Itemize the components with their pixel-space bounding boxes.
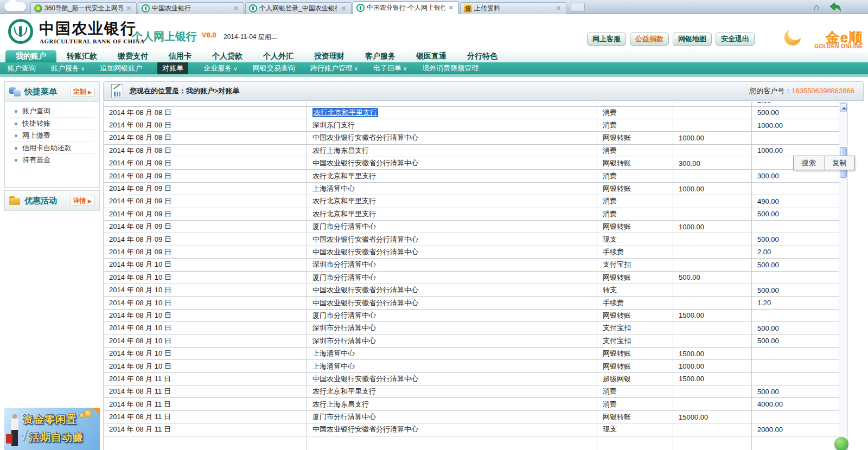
loan-icon: 贷 bbox=[464, 4, 472, 12]
close-icon[interactable]: ✕ bbox=[232, 5, 240, 12]
browser-tab[interactable]: 中国农业银行-个人网上银行✕ bbox=[353, 1, 459, 14]
table-row: 2014 年 08 月 09 日农行北京和平里支行消费300.00 bbox=[104, 170, 839, 182]
table-row: 2014 年 08 月 08 日深圳东门支行消费1000.00 bbox=[104, 119, 839, 131]
cell-type: 支付宝扣 bbox=[597, 259, 673, 271]
nav-tab[interactable]: 信用卡 bbox=[158, 50, 202, 62]
bullet-dot-icon bbox=[15, 110, 17, 113]
selection-context-menu: 搜索复制 bbox=[793, 156, 855, 170]
cell-date: 2014 年 08 月 09 日 bbox=[104, 208, 307, 220]
subnav-item[interactable]: 账户查询 bbox=[8, 63, 36, 74]
statement-doc-icon bbox=[111, 84, 123, 98]
sidebar-item[interactable]: 信用卡自助还款 bbox=[10, 142, 94, 155]
sidebar-ad-banner[interactable]: 资金零闲置 √ 活期自动赚 bbox=[4, 408, 100, 450]
header-link-3[interactable]: 网银地图 bbox=[673, 33, 712, 46]
golden-online-logo: 金e顺 GOLDEN ONLINE bbox=[786, 29, 864, 49]
product-title: 个人网上银行 bbox=[132, 29, 197, 44]
cell-in: 1000.00 bbox=[673, 132, 752, 144]
subnav-item[interactable]: 网银交易查询 bbox=[253, 63, 295, 74]
table-row: 2014 年 08 月 10 日深圳市分行清算中心支付宝扣500.00 bbox=[104, 335, 839, 347]
cell-branch: 厦门市分行清算中心 bbox=[307, 410, 597, 423]
cell-in: 1000.00 bbox=[673, 360, 752, 372]
cell-type: 消费 bbox=[597, 106, 673, 119]
sidebar-item[interactable]: 账户查询 bbox=[10, 105, 94, 118]
nav-tab[interactable]: 个人贷款 bbox=[202, 50, 253, 62]
cell-out bbox=[752, 182, 839, 195]
close-icon[interactable]: ✕ bbox=[447, 4, 455, 11]
nav-tab[interactable]: 分行特色 bbox=[457, 50, 508, 62]
home-icon[interactable]: ⌂ bbox=[810, 2, 822, 12]
cell-in bbox=[673, 102, 752, 106]
nav-tab[interactable]: 转账汇款 bbox=[56, 50, 107, 62]
ad-corner-fold bbox=[92, 408, 100, 415]
cell-type: 消费 bbox=[597, 398, 673, 410]
subnav-item[interactable]: 企业服务∨ bbox=[203, 63, 237, 74]
details-button[interactable]: 详情 ▶ bbox=[70, 196, 95, 205]
cell-type: 消费 bbox=[597, 119, 673, 131]
cell-type: 网银转账 bbox=[597, 157, 673, 170]
header-link-4[interactable]: 安全退出 bbox=[716, 33, 755, 46]
subnav-item[interactable]: 追加网银账户 bbox=[100, 63, 142, 74]
nav-tab[interactable]: 缴费支付 bbox=[107, 50, 158, 62]
cell-type: 网银转账 bbox=[597, 271, 673, 284]
cell-out bbox=[752, 410, 839, 423]
cell-date: 2014 年 08 月 09 日 bbox=[104, 170, 307, 182]
nav-tab[interactable]: 银医直通 bbox=[406, 50, 457, 62]
cell-type: 网银转账 bbox=[597, 182, 673, 195]
close-icon[interactable]: ✕ bbox=[554, 5, 563, 12]
nav-tab[interactable]: 投资理财 bbox=[304, 50, 355, 62]
cell-type: 手续费 bbox=[597, 246, 673, 258]
customize-button[interactable]: 定制 ▶ bbox=[70, 87, 95, 97]
table-row: 2014 年 08 月 10 日深圳市分行清算中心支付宝扣500.00 bbox=[104, 259, 839, 271]
bullet-dot-icon bbox=[15, 159, 17, 162]
product-version: V6.0 bbox=[202, 31, 216, 39]
subnav-item[interactable]: 境外消费限额管理 bbox=[422, 63, 478, 74]
cell-type: 支付宝扣 bbox=[597, 335, 673, 347]
floating-green-ball-icon[interactable] bbox=[834, 437, 848, 450]
table-row: 2014 年 08 月 08 日中国农业银行安徽省分行清算中心网银转账1000.… bbox=[104, 132, 839, 144]
copy-menu-item[interactable]: 复制 bbox=[824, 156, 855, 170]
cell-out bbox=[752, 271, 839, 284]
cell-in: 300.00 bbox=[673, 157, 752, 170]
vertical-scrollbar[interactable] bbox=[839, 102, 848, 450]
table-row-partial: 2.00 bbox=[104, 102, 839, 106]
browser-tab[interactable]: 360导航_新一代安全上网导航✕ bbox=[30, 2, 137, 14]
header-link-1[interactable]: 网上客服 bbox=[587, 33, 626, 46]
back-arrow-icon[interactable] bbox=[829, 2, 842, 12]
subnav-item[interactable]: 电子回单∨ bbox=[373, 63, 407, 74]
cell-date: 2014 年 08 月 10 日 bbox=[104, 335, 307, 347]
table-row: 2014 年 08 月 10 日厦门市分行清算中心网银转账1500.00 bbox=[104, 309, 839, 322]
new-tab-button[interactable] bbox=[571, 3, 585, 12]
browser-tab[interactable]: 个人网银登录_中国农业银行✕ bbox=[245, 2, 352, 14]
sidebar-item[interactable]: 网上缴费 bbox=[10, 130, 94, 142]
bullet-dot-icon bbox=[15, 147, 17, 150]
nav-divider-strip bbox=[0, 74, 868, 77]
cell-date: 2014 年 08 月 10 日 bbox=[104, 259, 307, 271]
chevron-down-icon: ∨ bbox=[233, 66, 237, 72]
browser-menu-cloud-icon[interactable] bbox=[4, 2, 26, 11]
sidebar-item[interactable]: 快捷转账 bbox=[10, 118, 94, 130]
scroll-up-arrow-icon[interactable] bbox=[840, 103, 847, 112]
browser-tabs: 360导航_新一代安全上网导航✕中国农业银行✕个人网银登录_中国农业银行✕中国农… bbox=[30, 1, 567, 14]
browser-tab[interactable]: 贷上传资料✕ bbox=[460, 2, 566, 14]
close-icon[interactable]: ✕ bbox=[340, 5, 348, 12]
abc-bank-logo-icon bbox=[8, 18, 34, 44]
nav-tab[interactable]: 客户服务 bbox=[355, 50, 406, 62]
subnav-item[interactable]: 跨行账户管理∨ bbox=[310, 63, 358, 74]
search-menu-item[interactable]: 搜索 bbox=[794, 156, 824, 170]
sidebar-item[interactable]: 持有基金 bbox=[10, 154, 94, 166]
cell-branch: 厦门市分行清算中心 bbox=[307, 271, 597, 284]
cell-date: 2014 年 08 月 09 日 bbox=[104, 221, 307, 233]
subnav-item-label: 跨行账户管理 bbox=[310, 64, 353, 72]
subnav-item[interactable]: 对账单 bbox=[157, 62, 188, 74]
cell-in bbox=[673, 423, 752, 436]
nav-tab[interactable]: 我的账户 bbox=[5, 50, 56, 62]
browser-tab[interactable]: 中国农业银行✕ bbox=[138, 2, 244, 14]
close-icon[interactable]: ✕ bbox=[125, 5, 133, 12]
cell-in bbox=[673, 246, 752, 258]
header-link-2[interactable]: 公益捐款 bbox=[630, 33, 669, 46]
cell-branch: 深圳市分行清算中心 bbox=[307, 322, 597, 335]
subnav-item[interactable]: 账户服务∨ bbox=[51, 63, 85, 74]
nav-tab[interactable]: 个人外汇 bbox=[253, 50, 304, 62]
promo-panel: 优惠活动 详情 ▶ bbox=[4, 190, 100, 211]
selected-text[interactable]: 农行北京和平里支行 bbox=[312, 108, 378, 117]
